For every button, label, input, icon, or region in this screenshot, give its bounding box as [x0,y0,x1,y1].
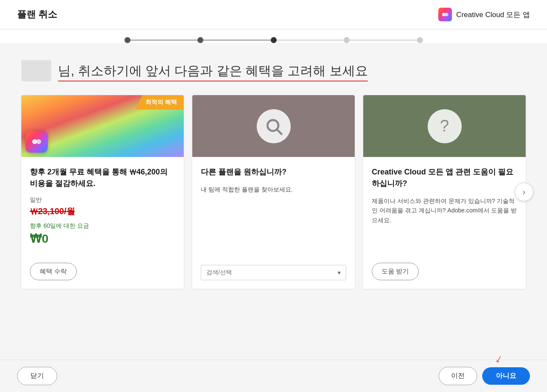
card-title-2: 다른 플랜을 원하십니까? [201,166,346,178]
card-original-price: ₩23,100/월 [30,206,175,217]
best-badge: 최적의 혜택 [135,95,184,110]
svg-line-5 [277,130,281,134]
help-circle: ? [428,109,462,143]
progress-line-2 [203,40,271,41]
get-help-button[interactable]: 도움 받기 [372,263,419,280]
creative-cloud-icon [438,8,452,21]
svg-point-3 [36,139,41,144]
progress-track [124,37,423,43]
footer-right: 이전 아니요 [439,367,530,385]
header-right: Creative Cloud 모든 앱 [438,8,530,21]
card-body-2: 다른 플랜을 원하십니까? 내 팀에 적합한 플랜을 찾아보세요. 검색/선택 … [192,157,355,289]
footer: 닫기 이전 아니요 [0,360,547,392]
dropdown-arrow-icon: ▾ [338,269,341,276]
accept-offer-button[interactable]: 혜택 수락 [30,263,77,280]
cc-app-icon [26,131,48,153]
progress-dot-1 [124,37,130,43]
dropdown-placeholder: 검색/선택 [206,269,338,276]
card-help: ? Creative Cloud 모든 앱 관련 도움이 필요하십니까? 제품이… [363,95,526,289]
progress-dot-5 [417,37,423,43]
cards-row: 최적의 혜택 향후 2개월 무료 혜택을 통해 ₩46,200의 비용을 절감하… [21,95,526,289]
card-desc-2: 내 팀에 적합한 플랜을 찾아보세요. [201,185,346,194]
heading-underline [58,81,368,81]
card-body-3: Creative Cloud 모든 앱 관련 도움이 필요하십니까? 제품이나 … [363,157,526,254]
search-circle [257,109,291,143]
card-gray-top [192,95,355,157]
user-name-placeholder [21,60,51,81]
next-arrow-button[interactable]: › [515,183,533,201]
prev-button[interactable]: 이전 [439,367,477,385]
progress-dot-3 [271,37,277,43]
app-label: Creative Cloud 모든 앱 [456,10,530,20]
plan-dropdown[interactable]: 검색/선택 ▾ [201,265,346,280]
card-plan-label: 일반 [30,196,175,204]
no-button[interactable]: 아니요 [482,367,530,385]
card-new-price: ₩0 [30,232,175,246]
progress-line-1 [130,40,198,41]
page-title: 플랜 취소 [17,8,57,21]
heading-wrapper: 님, 취소하기에 앞서 다음과 같은 혜택을 고려해 보세요 [58,62,368,80]
card-image-area: 최적의 혜택 [21,95,184,157]
progress-dot-4 [344,37,350,43]
card-desc-3: 제품이나 서비스와 관련하여 문제가 있습니까? 기술적인 어려움을 겪고 계십… [372,196,517,225]
card-title-1: 향후 2개월 무료 혜택을 통해 ₩46,200의 비용을 절감하세요. [30,166,175,189]
cards-container: 최적의 혜택 향후 2개월 무료 혜택을 통해 ₩46,200의 비용을 절감하… [21,95,526,289]
svg-point-1 [445,13,448,16]
card-free-offer: 최적의 혜택 향후 2개월 무료 혜택을 통해 ₩46,200의 비용을 절감하… [21,95,184,289]
heading-text: 님, 취소하기에 앞서 다음과 같은 혜택을 고려해 보세요 [58,62,368,80]
progress-line-4 [350,40,417,41]
card-title-3: Creative Cloud 모든 앱 관련 도움이 필요하십니까? [372,166,517,189]
close-button[interactable]: 닫기 [17,367,57,385]
footer-left: 닫기 [17,367,57,385]
card-free-label: 향후 60일에 대한 요금 [30,222,175,230]
heading-row: 님, 취소하기에 앞서 다음과 같은 혜택을 고려해 보세요 [21,60,526,81]
card-olive-top: ? [363,95,526,157]
progress-line-3 [277,40,344,41]
main-content: 님, 취소하기에 앞서 다음과 같은 혜택을 고려해 보세요 [0,43,547,297]
card-search-plan: 다른 플랜을 원하십니까? 내 팀에 적합한 플랜을 찾아보세요. 검색/선택 … [192,95,355,289]
progress-container [0,29,547,43]
card-body-1: 향후 2개월 무료 혜택을 통해 ₩46,200의 비용을 절감하세요. 일반 … [21,157,184,254]
header: 플랜 취소 Creative Cloud 모든 앱 [0,0,547,29]
progress-dot-2 [197,37,203,43]
